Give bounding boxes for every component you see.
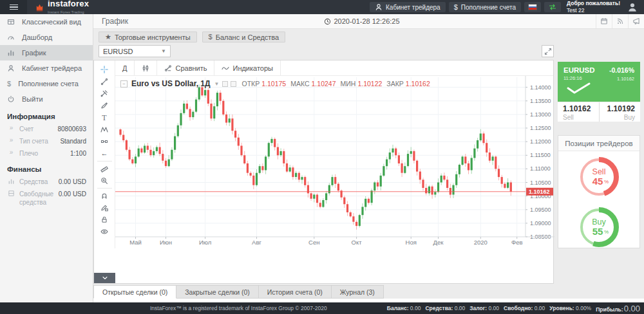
svg-text:1.10500: 1.10500 <box>530 180 551 186</box>
svg-text:Окт: Окт <box>352 239 363 246</box>
free-margin-icon <box>7 190 15 197</box>
zoom-in-tool[interactable] <box>94 174 115 187</box>
megaphone-icon <box>632 17 640 25</box>
buy-label: Buy <box>605 114 636 121</box>
svg-text:1.12000: 1.12000 <box>530 138 551 145</box>
forecast-tool[interactable] <box>94 136 115 148</box>
chart-toolbar: ДСравнитьИндикаторы <box>115 60 553 76</box>
sell-price: 1.10162 <box>563 104 594 113</box>
interval-button[interactable]: Д <box>115 60 135 75</box>
sidebar-item-выйти[interactable]: Выйти <box>0 91 93 107</box>
rss-icon <box>616 17 624 25</box>
deposit-button[interactable]: $Пополнение счета <box>449 2 521 12</box>
sell-percent-donut: Sell45% <box>574 152 623 203</box>
trendline-tool[interactable] <box>94 76 115 88</box>
brush-tool[interactable] <box>94 100 115 112</box>
buy-button[interactable]: 1.10192 Buy <box>600 102 641 122</box>
candlestick-chart[interactable]: 1.085001.090001.095001.100001.105001.110… <box>115 76 554 248</box>
svg-text:Buy: Buy <box>592 217 606 226</box>
quote-card[interactable]: EURUSD 11:26:16 -0.016% 1.10162 1.10162 … <box>558 62 640 122</box>
sidebar-item-классический-вид[interactable]: Классический вид <box>0 14 93 30</box>
indicators-icon <box>222 64 229 72</box>
legend-option-icon[interactable] <box>231 81 236 87</box>
tab-closed-trades[interactable]: Закрытые сделки (0) <box>176 285 258 299</box>
toolbar-label: Индикаторы <box>232 64 273 72</box>
russian-flag-icon <box>528 4 537 10</box>
magnet-tool[interactable] <box>94 190 115 202</box>
svg-text:1.13500: 1.13500 <box>530 98 551 104</box>
info-section-title: Информация <box>0 107 93 123</box>
megaphone-button[interactable] <box>628 14 644 28</box>
grid-icon <box>7 18 15 26</box>
trading-instruments-button[interactable]: ★Торговые инструменты <box>99 32 197 42</box>
text-tool-tool[interactable]: T <box>94 111 115 124</box>
status-bar: InstaForex™ is a registered trademark of… <box>0 302 644 314</box>
chevron-down-icon[interactable]: ▼ <box>214 81 220 87</box>
rss-button[interactable] <box>612 14 628 28</box>
crosshair-icon <box>100 66 108 73</box>
drawing-lock-tool[interactable] <box>94 202 115 214</box>
xabcd-pattern-tool[interactable] <box>94 124 115 136</box>
arrow-left-tool[interactable]: ← <box>94 147 115 160</box>
fullscreen-button[interactable] <box>542 45 554 57</box>
button-label: Баланс и Средства <box>216 33 279 41</box>
sidebar-item-label: Пополнение счета <box>18 80 79 88</box>
info-label: Свободные средства <box>19 190 59 207</box>
tab-account-history[interactable]: История счета (0) <box>259 285 332 299</box>
sidebar-item-пополнение-счета[interactable]: $Пополнение счета <box>0 76 93 91</box>
language-flag-button[interactable] <box>524 2 541 12</box>
tools-collapse-button[interactable] <box>94 273 115 283</box>
chart-type-button[interactable] <box>135 60 157 75</box>
welcome-text: Добро пожаловать!Test 22 <box>564 0 623 14</box>
legend-option-icon[interactable] <box>222 81 228 87</box>
sell-button[interactable]: 1.10162 Sell <box>558 102 599 122</box>
sell-label: Sell <box>563 114 594 121</box>
tab-open-trades[interactable]: Открытые сделки (0) <box>93 285 176 299</box>
svg-text:Сен: Сен <box>308 239 319 246</box>
sidebar-info-row: Свободные средства0.00 USD <box>0 188 93 208</box>
indicators-button[interactable]: Индикаторы <box>214 60 281 75</box>
star-icon: ★ <box>105 33 111 41</box>
trader-cabinet-button[interactable]: Кабинет трейдера <box>370 2 446 12</box>
tools-divider <box>97 188 112 189</box>
lock-tool[interactable] <box>94 214 115 226</box>
sidebar-item-кабинет-трейдера[interactable]: Кабинет трейдера <box>0 60 93 76</box>
balance-funds-button[interactable]: $Баланс и Средства <box>202 32 286 42</box>
user-avatar[interactable] <box>626 1 639 14</box>
svg-text:2020: 2020 <box>474 239 488 246</box>
compare-button[interactable]: Сравнить <box>157 60 214 75</box>
clock-icon <box>324 18 331 25</box>
eye-icon <box>100 228 108 236</box>
sidebar-item-label: Дашборд <box>22 33 52 41</box>
buy-price: 1.10192 <box>605 104 636 113</box>
legend-collapse-icon[interactable]: − <box>120 80 128 88</box>
info-label: Плечо <box>19 149 70 158</box>
eye-tool[interactable] <box>94 226 115 238</box>
svg-text:55: 55 <box>592 226 603 237</box>
exchange-button[interactable] <box>544 2 561 12</box>
calendar-button[interactable] <box>596 14 612 28</box>
quote-header[interactable]: EURUSD 11:26:16 -0.016% 1.10162 <box>558 62 640 102</box>
crosshair-tool[interactable] <box>94 64 115 76</box>
arrow-left-icon: ← <box>101 150 108 157</box>
chart-panel: T← ДСравнитьИндикаторы − Euro vs US Doll… <box>93 60 554 284</box>
tab-journal[interactable]: Журнал (3) <box>332 285 384 299</box>
xabcd-pattern-icon <box>100 125 108 133</box>
svg-text:1.14000: 1.14000 <box>530 84 551 91</box>
calendar-icon <box>600 17 608 25</box>
ruler-tool[interactable] <box>94 163 115 175</box>
checkmark-icon <box>566 82 592 95</box>
compare-icon <box>164 64 172 72</box>
sidebar-item-дашборд[interactable]: Дашборд <box>0 30 93 45</box>
symbol-select[interactable]: EURUSD ▼ <box>99 45 171 57</box>
sidebar-item-график[interactable]: График <box>0 45 93 60</box>
chevron-right-icon: » <box>7 149 15 156</box>
menu-toggle-button[interactable] <box>0 0 27 14</box>
pitchfork-tool[interactable] <box>94 88 115 100</box>
avatar-icon <box>627 2 638 12</box>
sidebar-item-label: Классический вид <box>22 18 81 26</box>
svg-text:1.11500: 1.11500 <box>530 152 551 158</box>
server-datetime: 2020-01-28 12:26:25 <box>324 17 399 25</box>
dollar-icon: $ <box>209 33 213 41</box>
page-header: График 2020-01-28 12:26:25 <box>93 14 644 29</box>
